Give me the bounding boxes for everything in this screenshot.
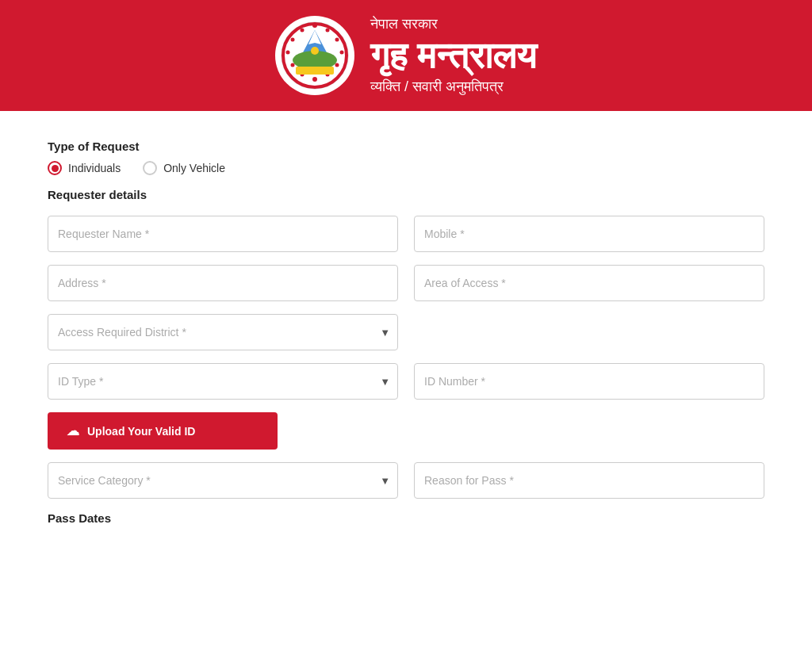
svg-point-9 <box>340 51 344 55</box>
upload-icon: ☁ <box>67 423 79 438</box>
service-category-field: Service Category * ▼ <box>48 462 398 499</box>
id-type-select[interactable]: ID Type * <box>48 363 398 400</box>
pass-dates-label: Pass Dates <box>48 511 764 525</box>
form-row-upload: ☁ Upload Your Valid ID <box>48 412 764 450</box>
form-row-5: Service Category * ▼ <box>48 462 764 499</box>
header-desc-title: व्यक्ति / सवारी अनुमतिपत्र <box>370 78 537 95</box>
svg-point-10 <box>335 63 339 67</box>
header-subtitle: नेपाल सरकार <box>370 16 537 33</box>
form-row-3: Access Required District * ▼ <box>48 314 764 350</box>
reason-for-pass-input[interactable] <box>414 462 764 499</box>
address-input[interactable] <box>48 265 398 301</box>
id-type-field: ID Type * ▼ <box>48 363 398 400</box>
radio-individuals-circle[interactable] <box>48 161 62 175</box>
area-of-access-input[interactable] <box>414 265 764 301</box>
requester-details-label: Requester details <box>48 188 764 201</box>
type-of-request-label: Type of Request <box>48 140 764 153</box>
government-logo <box>275 16 354 95</box>
access-required-district-field: Access Required District * ▼ <box>48 314 398 350</box>
upload-valid-id-button[interactable]: ☁ Upload Your Valid ID <box>48 412 278 450</box>
upload-button-label: Upload Your Valid ID <box>87 425 195 438</box>
mobile-input[interactable] <box>414 216 764 252</box>
svg-point-16 <box>291 38 295 42</box>
area-of-access-field <box>414 265 764 301</box>
form-row-4: ID Type * ▼ <box>48 363 764 400</box>
svg-point-17 <box>301 29 304 33</box>
id-number-input[interactable] <box>414 363 764 400</box>
radio-only-vehicle[interactable]: Only Vehicle <box>143 161 225 175</box>
header-text-block: नेपाल सरकार गृह मन्त्रालय व्यक्ति / सवार… <box>370 16 537 96</box>
svg-rect-18 <box>296 67 334 75</box>
requester-name-field <box>48 216 398 252</box>
mobile-field <box>414 216 764 252</box>
svg-point-14 <box>291 63 295 67</box>
id-number-field <box>414 363 764 400</box>
form-row-2 <box>48 265 764 301</box>
reason-for-pass-field <box>414 462 764 499</box>
service-category-select[interactable]: Service Category * <box>48 462 398 499</box>
form-row-1 <box>48 216 764 252</box>
radio-individuals-label: Individuals <box>68 162 121 174</box>
requester-name-input[interactable] <box>48 216 398 252</box>
svg-point-6 <box>312 23 317 28</box>
address-field <box>48 265 398 301</box>
svg-point-5 <box>311 47 319 55</box>
access-required-district-select[interactable]: Access Required District * <box>48 314 398 350</box>
type-of-request-group: Individuals Only Vehicle <box>48 161 764 175</box>
svg-point-15 <box>286 51 290 55</box>
page-header: नेपाल सरकार गृह मन्त्रालय व्यक्ति / सवार… <box>0 0 812 111</box>
form-section: Access Required District * ▼ ID Type * ▼… <box>48 216 764 499</box>
svg-point-8 <box>335 38 339 42</box>
radio-only-vehicle-label: Only Vehicle <box>163 162 225 174</box>
svg-point-12 <box>312 77 317 82</box>
radio-only-vehicle-circle[interactable] <box>143 161 157 175</box>
svg-point-7 <box>326 29 330 33</box>
main-content: Type of Request Individuals Only Vehicle… <box>0 111 812 662</box>
radio-individuals[interactable]: Individuals <box>48 161 121 175</box>
header-main-title: गृह मन्त्रालय <box>370 36 537 76</box>
